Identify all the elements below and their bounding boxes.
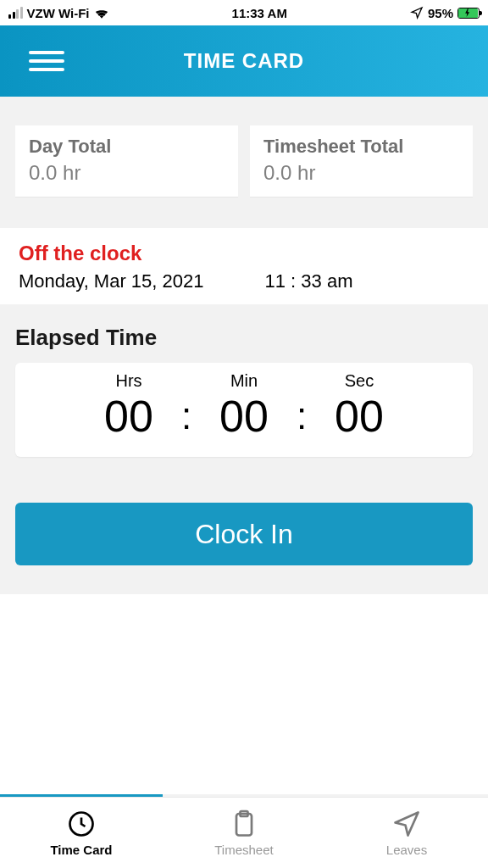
elapsed-timer-card: Hrs Min Sec 00 : 00 : 00 — [15, 363, 473, 457]
statusbar-time: 11:33 AM — [232, 6, 287, 20]
location-icon — [410, 6, 424, 19]
sec-value: 00 — [313, 391, 406, 442]
day-total-card: Day Total 0.0 hr — [15, 125, 238, 198]
app-header: TIME CARD — [0, 25, 488, 97]
tab-timecard-label: Time Card — [50, 843, 112, 857]
clipboard-icon — [229, 809, 259, 839]
status-bar: VZW Wi-Fi 11:33 AM 95% — [0, 0, 488, 25]
page-title: TIME CARD — [0, 49, 488, 73]
wifi-icon — [94, 7, 109, 19]
clock-status-panel: Off the clock Monday, Mar 15, 2021 11 : … — [0, 228, 488, 304]
tab-leaves[interactable]: Leaves — [325, 798, 488, 868]
clock-icon — [66, 809, 97, 839]
time-separator: : — [291, 394, 313, 438]
tab-leaves-label: Leaves — [386, 843, 427, 857]
day-total-value: 0.0 hr — [29, 161, 225, 185]
hrs-value: 00 — [82, 391, 175, 442]
elapsed-title: Elapsed Time — [15, 325, 473, 351]
carrier-label: VZW Wi-Fi — [27, 6, 90, 20]
signal-bars-icon — [8, 7, 23, 19]
timesheet-total-label: Timesheet Total — [263, 136, 459, 158]
bottom-nav: Time Card Timesheet Leaves — [0, 797, 488, 868]
current-time: 11 : 33 am — [265, 270, 353, 292]
day-total-label: Day Total — [29, 136, 225, 158]
clock-in-button[interactable]: Clock In — [15, 503, 473, 565]
timesheet-total-card: Timesheet Total 0.0 hr — [250, 125, 473, 198]
clock-status-label: Off the clock — [19, 242, 469, 265]
hrs-label: Hrs — [82, 371, 175, 391]
min-value: 00 — [197, 391, 291, 442]
time-separator: : — [175, 394, 197, 438]
tab-timesheet[interactable]: Timesheet — [163, 798, 325, 868]
battery-pct: 95% — [428, 6, 453, 20]
timesheet-total-value: 0.0 hr — [263, 161, 459, 185]
min-label: Min — [197, 371, 291, 391]
current-date: Monday, Mar 15, 2021 — [19, 270, 204, 292]
tab-timecard[interactable]: Time Card — [0, 798, 163, 868]
tab-timesheet-label: Timesheet — [214, 843, 273, 857]
battery-icon — [458, 8, 480, 19]
paperplane-icon — [391, 809, 422, 839]
sec-label: Sec — [313, 371, 406, 391]
